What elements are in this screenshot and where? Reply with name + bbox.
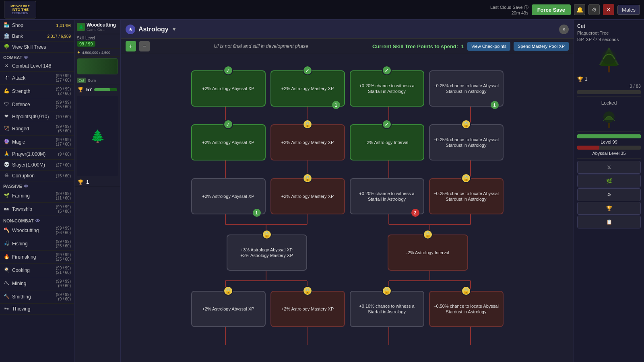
sidebar-item-woodcutting[interactable]: 🪓 Woodcutting (99 / 99)(26 / 60)	[0, 224, 74, 237]
prayer-icon: 🙏	[3, 151, 10, 157]
score-1-value: 1	[86, 179, 89, 185]
sidebar-item-township[interactable]: 🏘 Township (99 / 99)(5 / 80)	[0, 203, 74, 216]
sidebar-item-cooking[interactable]: 🍳 Cooking (99 / 99)(21 / 60)	[0, 264, 74, 277]
sidebar-item-view-skill-trees[interactable]: 🌳 View Skill Trees	[0, 42, 74, 53]
locked-tree-svg	[601, 109, 617, 129]
passive-label: PASSIVE	[3, 184, 22, 189]
sidebar-item-prayer[interactable]: 🙏 Prayer(1,000M) (9 / 60)	[0, 149, 74, 160]
rp-icon-5[interactable]: 📋	[577, 216, 641, 228]
slayer-stats: (27 / 60)	[56, 163, 71, 167]
sword-icon: ⚔	[3, 63, 10, 69]
combat-level-label: Combat Level 148	[12, 63, 71, 69]
fishing-stats: (99 / 99)(25 / 60)	[56, 239, 71, 248]
combat-label: COMBAT	[3, 55, 22, 60]
sidebar-item-fishing[interactable]: 🎣 Fishing (99 / 99)(25 / 60)	[0, 237, 74, 251]
node-lock-3-4: 🔒	[461, 173, 471, 183]
skill-tree-wrapper: ✓ +2% Astrology Abyssal XP ✓ +2% Astrolo…	[121, 54, 574, 349]
defence-stats: (99 / 99)(25 / 60)	[56, 100, 71, 109]
tab-burn[interactable]: Burn	[87, 78, 97, 83]
notification-bell-button[interactable]: 🔔	[574, 4, 585, 15]
tree-node-3-4[interactable]: 🔒 +0.25% chance to locate Abyssal Stardu…	[429, 178, 504, 214]
node-lock-4-2: 🔒	[423, 230, 433, 239]
node-lock-5-3: 🔒	[382, 286, 392, 296]
node-text-5-2: +2% Astrology Mastery XP	[281, 306, 334, 312]
settings-button[interactable]: ⚙	[588, 4, 600, 15]
mining-icon: ⛏	[3, 280, 10, 287]
sidebar-item-mining[interactable]: ⛏ Mining (99 / 99)(9 / 60)	[0, 277, 74, 290]
score-row-1: 🏆 1	[74, 178, 120, 187]
skill-tab-row: Cut Burn	[74, 76, 120, 85]
skill-pts-text: Current Skill Tree Points to spend: 1	[372, 43, 464, 49]
sidebar-item-bank[interactable]: 🏦 Bank 2,317 / 6,989	[0, 31, 74, 42]
thieving-icon: 🗝	[3, 306, 10, 312]
tree-node-3-1[interactable]: +2% Astrology Abyssal XP 1	[191, 178, 266, 214]
node-text-4-1: +3% Astrology Abyssal XP+3% Astrology Ma…	[240, 247, 293, 259]
bank-icon: 🏦	[3, 33, 10, 39]
tree-node-2-2[interactable]: 🔒 +2% Astrology Mastery XP	[270, 124, 345, 160]
rp-icon-4[interactable]: 🏆	[577, 202, 641, 215]
score-bar-fill-57	[94, 88, 110, 91]
xp-label: 884 XP ⏱ 9 seconds	[577, 37, 641, 42]
spend-mastery-button[interactable]: Spend Mastery Pool XP	[514, 42, 569, 51]
sidebar-item-magic[interactable]: 🔮 Magic (99 / 99)(17 / 60)	[0, 136, 74, 149]
tree-node-2-1[interactable]: ✓ +2% Astrology Abyssal XP	[191, 124, 266, 160]
woodcutting-activity-area: 🌲	[77, 96, 118, 176]
abyssal-bar-fill	[577, 146, 599, 150]
skill-pts-value: 1	[461, 43, 464, 49]
tab-cut[interactable]: Cut	[77, 78, 86, 83]
sidebar-item-strength[interactable]: 💪 Strength (99 / 99)(2 / 60)	[0, 85, 74, 98]
rp-icon-3[interactable]: ⚙	[577, 188, 641, 201]
cut-label: Cut	[577, 23, 641, 29]
tree-node-1-2[interactable]: ✓ +2% Astrology Mastery XP 1	[270, 70, 345, 107]
sidebar-bank-stat: 2,317 / 6,989	[47, 34, 71, 39]
score-57-value: 57	[86, 86, 92, 93]
defence-label: Defence	[12, 102, 54, 107]
astrology-close-button[interactable]: ×	[559, 25, 569, 34]
connector-svg-2-3	[186, 160, 508, 178]
sidebar-item-ranged[interactable]: 🏹 Ranged (99 / 99)(5 / 60)	[0, 122, 74, 136]
combat-visibility-toggle[interactable]: 👁	[24, 55, 28, 60]
tree-node-2-4[interactable]: 🔒 +0.25% chance to locate Abyssal Stardu…	[429, 124, 504, 160]
sidebar-item-thieving[interactable]: 🗝 Thieving	[0, 304, 74, 315]
node-text-5-1: +2% Astrology Abyssal XP	[202, 306, 254, 312]
close-button[interactable]: ×	[603, 4, 614, 15]
tree-node-3-2[interactable]: 🔒 +2% Astrology Mastery XP	[270, 178, 345, 214]
sidebar-item-slayer[interactable]: 💀 Slayer(1,000M) (27 / 60)	[0, 160, 74, 171]
tree-node-4-1[interactable]: 🔒 +3% Astrology Abyssal XP+3% Astrology …	[227, 234, 307, 271]
magic-stats: (99 / 99)(17 / 60)	[56, 138, 71, 146]
plus-button[interactable]: +	[126, 41, 136, 51]
tree-node-4-2[interactable]: 🔒 -2% Astrology Interval	[388, 234, 468, 271]
sidebar-item-defence[interactable]: 🛡 Defence (99 / 99)(25 / 60)	[0, 98, 74, 111]
minus-button[interactable]: −	[139, 41, 150, 51]
ranged-icon: 🏹	[3, 125, 10, 132]
rp-icon-2[interactable]: 🌿	[577, 175, 641, 187]
ranged-stats: (99 / 99)(5 / 60)	[56, 124, 71, 133]
sidebar-item-shop[interactable]: 🏪 Shop 1,014M	[0, 20, 74, 31]
mining-stats: (99 / 99)(9 / 60)	[56, 279, 71, 288]
xp-icon: ✦	[77, 50, 80, 55]
sidebar-item-farming[interactable]: 🌱 Farming (99 / 99)(11 / 60)	[0, 189, 74, 203]
sidebar-item-corruption[interactable]: ☠ Corruption (15 / 60)	[0, 171, 74, 181]
tree-node-2-3[interactable]: ✓ -2% Astrology Interval	[350, 124, 424, 160]
tree-node-1-3[interactable]: ✓ +0.20% chance to witness a Starfall in…	[350, 70, 424, 107]
tree-node-5-2[interactable]: 🔒 +2% Astrology Mastery XP	[270, 291, 345, 327]
tree-node-1-1[interactable]: ✓ +2% Astrology Abyssal XP	[191, 70, 266, 107]
non-combat-visibility-toggle[interactable]: 👁	[35, 218, 40, 223]
force-save-button[interactable]: Force Save	[532, 4, 571, 15]
user-account-button[interactable]: Malcs	[617, 5, 640, 15]
tree-node-3-3[interactable]: +0.20% chance to witness a Starfall in A…	[350, 178, 424, 214]
skill-level-section: Skill Level 99 / 99	[74, 34, 120, 49]
view-checkpoints-button[interactable]: View Checkpoints	[467, 42, 510, 51]
tree-node-1-4[interactable]: +0.25% chance to locate Abyssal Stardust…	[429, 70, 504, 107]
sidebar-item-firemaking[interactable]: 🔥 Firemaking (99 / 99)(25 / 60)	[0, 251, 74, 264]
tree-node-5-4[interactable]: 🔒 +0.50% chance to locate Abyssal Stardu…	[429, 291, 504, 327]
astrology-dropdown-arrow[interactable]: ▼	[172, 27, 177, 32]
passive-visibility-toggle[interactable]: 👁	[24, 184, 28, 189]
farming-icon: 🌱	[3, 193, 10, 199]
tree-node-5-1[interactable]: 🔒 +2% Astrology Abyssal XP	[191, 291, 266, 327]
rp-icon-1[interactable]: ⚔	[577, 161, 641, 174]
sidebar-item-attack[interactable]: 🗡 Attack (99 / 99)(27 / 60)	[0, 72, 74, 85]
tree-node-5-3[interactable]: 🔒 +0.10% chance to witness a Starfall in…	[350, 291, 424, 327]
sidebar-item-smithing[interactable]: 🔨 Smithing (99 / 99)(9 / 60)	[0, 290, 74, 304]
sidebar-item-hitpoints[interactable]: ❤ Hitpoints(49,910) (10 / 60)	[0, 111, 74, 122]
